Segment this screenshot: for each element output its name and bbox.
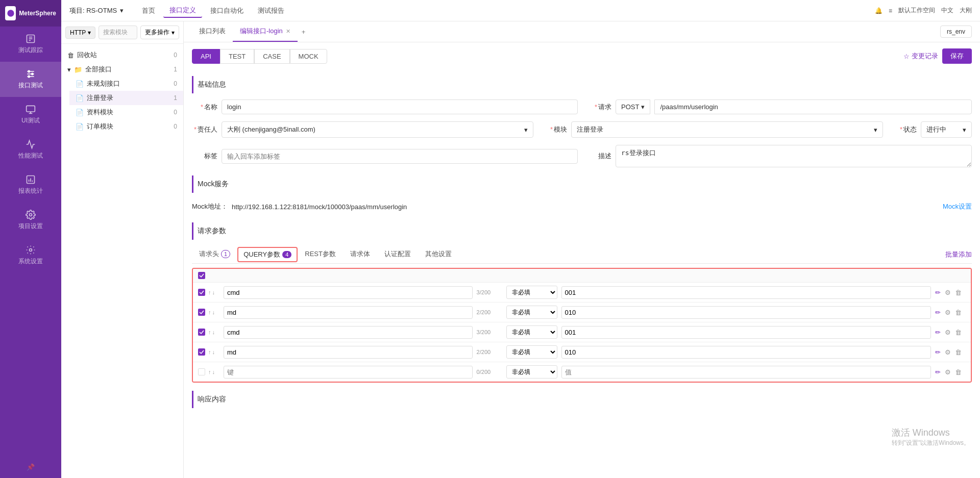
api-tab-mock[interactable]: MOCK: [290, 49, 327, 64]
param-arrows-4[interactable]: ↑↓: [208, 369, 224, 375]
params-tab-query[interactable]: QUERY参数 4: [237, 247, 298, 262]
topbar-nav-test-report[interactable]: 测试报告: [252, 4, 290, 17]
param-required-1[interactable]: 非必填必填: [506, 306, 557, 319]
mock-url-text: http://192.168.1.122:8181/mock/100003/pa…: [232, 203, 407, 211]
param-value-1[interactable]: [561, 306, 931, 319]
edit-icon[interactable]: ✏: [935, 348, 941, 356]
sidebar-item-project-settings[interactable]: 项目设置: [0, 203, 61, 238]
param-required-0[interactable]: 非必填必填: [506, 286, 557, 299]
topbar-nav-home[interactable]: 首页: [136, 4, 161, 17]
topbar-nav-api-auto[interactable]: 接口自动化: [204, 4, 250, 17]
delete-icon[interactable]: 🗑: [955, 289, 962, 296]
sidebar-item-ui-test[interactable]: UI测试: [0, 97, 61, 132]
param-value-2[interactable]: [561, 326, 931, 339]
more-ops-button[interactable]: 更多操作 ▾: [140, 26, 179, 39]
delete-icon[interactable]: 🗑: [955, 348, 962, 356]
method-select[interactable]: POST ▾: [616, 99, 650, 114]
close-tab-icon[interactable]: ✕: [286, 28, 290, 35]
settings-icon[interactable]: ⚙: [945, 368, 951, 376]
star-record-button[interactable]: ☆ 变更记录: [903, 52, 938, 61]
tree-item-orders[interactable]: 📄订单模块 0: [69, 119, 183, 134]
param-arrows-1[interactable]: ↑↓: [208, 309, 224, 315]
params-tab-body[interactable]: 请求体: [343, 246, 377, 263]
api-tab-right: ☆ 变更记录 保存: [903, 48, 972, 64]
tab-api-list[interactable]: 接口列表: [192, 21, 233, 42]
edit-icon[interactable]: ✏: [935, 329, 941, 336]
param-name-4[interactable]: [224, 366, 473, 379]
http-method-selector[interactable]: HTTP ▾: [65, 27, 95, 39]
settings-icon[interactable]: ⚙: [945, 309, 951, 316]
api-tab-case[interactable]: CASE: [254, 49, 289, 64]
param-check-0[interactable]: [198, 289, 208, 296]
url-input[interactable]: [654, 99, 972, 114]
param-check-1[interactable]: [198, 309, 208, 316]
settings-icon[interactable]: ⚙: [945, 329, 951, 336]
tree-item-register-login[interactable]: 📄注册登录 1: [69, 91, 183, 105]
bulk-add-button[interactable]: 批量添加: [945, 250, 972, 259]
edit-icon[interactable]: ✏: [935, 309, 941, 316]
param-check-2[interactable]: [198, 329, 208, 336]
add-tab-button[interactable]: +: [298, 24, 310, 40]
sidebar-item-api-test[interactable]: 接口测试: [0, 62, 61, 97]
all-apis-folder[interactable]: ▾ 📁 全部接口 1: [61, 62, 183, 77]
lang-selector[interactable]: 中文: [941, 6, 953, 15]
settings-icon[interactable]: ⚙: [945, 289, 951, 296]
name-input[interactable]: [222, 99, 578, 114]
pin-icon[interactable]: 📌: [19, 456, 42, 478]
workspace-selector[interactable]: 默认工作空间: [898, 6, 935, 15]
tab-edit-login[interactable]: 编辑接口-login ✕: [233, 21, 298, 42]
project-label[interactable]: 项目: RS-OTMS ▾: [69, 6, 124, 15]
param-value-3[interactable]: [561, 346, 931, 359]
bell-icon[interactable]: 🔔: [875, 7, 883, 14]
delete-icon[interactable]: 🗑: [955, 368, 962, 376]
params-tab-request-header[interactable]: 请求头 1: [192, 246, 237, 263]
params-tab-rest[interactable]: REST参数: [298, 246, 343, 263]
settings-icon[interactable]: ⚙: [945, 348, 951, 356]
module-select[interactable]: 注册登录 ▾: [571, 121, 883, 138]
param-name-0[interactable]: [224, 286, 473, 299]
status-select[interactable]: 进行中 ▾: [921, 121, 972, 138]
param-check-4[interactable]: [198, 368, 208, 375]
param-arrows-0[interactable]: ↑↓: [208, 289, 224, 295]
param-required-3[interactable]: 非必填必填: [506, 345, 557, 359]
topbar-nav-api-def[interactable]: 接口定义: [163, 4, 202, 18]
param-arrows-2[interactable]: ↑↓: [208, 329, 224, 335]
param-value-0[interactable]: [561, 286, 931, 299]
mock-settings-link[interactable]: Mock设置: [943, 202, 972, 211]
param-check-3[interactable]: [198, 348, 208, 356]
tags-input[interactable]: [222, 149, 578, 164]
user-menu[interactable]: 大刚: [960, 6, 972, 15]
param-name-2[interactable]: [224, 326, 473, 339]
tree-item-profile[interactable]: 📄资料模块 0: [69, 105, 183, 119]
params-tab-other[interactable]: 其他设置: [418, 246, 459, 263]
select-all-checkbox[interactable]: [198, 272, 205, 279]
chevron-down-icon: ▾: [963, 126, 966, 134]
sidebar-item-system-settings[interactable]: 系统设置: [0, 238, 61, 273]
edit-icon[interactable]: ✏: [935, 289, 941, 296]
delete-icon[interactable]: 🗑: [955, 329, 962, 336]
sidebar-item-perf-test[interactable]: 性能测试: [0, 132, 61, 167]
api-tab-api[interactable]: API: [192, 49, 220, 64]
sidebar-item-test-tracking[interactable]: 测试跟踪: [0, 27, 61, 62]
save-button[interactable]: 保存: [942, 48, 972, 64]
param-value-4[interactable]: [561, 366, 931, 379]
sidebar-item-report[interactable]: 报表统计: [0, 167, 61, 203]
delete-icon[interactable]: 🗑: [955, 309, 962, 316]
menu-icon[interactable]: ≡: [889, 7, 892, 14]
desc-textarea[interactable]: rs登录接口: [616, 145, 972, 167]
param-required-4[interactable]: 非必填必填: [506, 365, 557, 379]
search-module-button[interactable]: 搜索模块: [99, 26, 137, 39]
folder-icon: 📄: [76, 109, 84, 116]
param-name-3[interactable]: [224, 346, 473, 359]
param-arrows-3[interactable]: ↑↓: [208, 349, 224, 355]
param-name-1[interactable]: [224, 306, 473, 319]
tree-item-unclassified[interactable]: 📄未规划接口 0: [69, 77, 183, 91]
query-badge: 4: [282, 251, 291, 258]
edit-icon[interactable]: ✏: [935, 368, 941, 376]
param-required-2[interactable]: 非必填必填: [506, 325, 557, 339]
env-selector[interactable]: rs_env: [940, 26, 972, 38]
api-tab-test[interactable]: TEST: [220, 49, 254, 64]
owner-select[interactable]: 大刚 (chenjigang@5inall.com) ▾: [222, 121, 533, 138]
recycle-bin-item[interactable]: 🗑回收站 0: [61, 48, 183, 62]
params-tab-auth[interactable]: 认证配置: [377, 246, 418, 263]
